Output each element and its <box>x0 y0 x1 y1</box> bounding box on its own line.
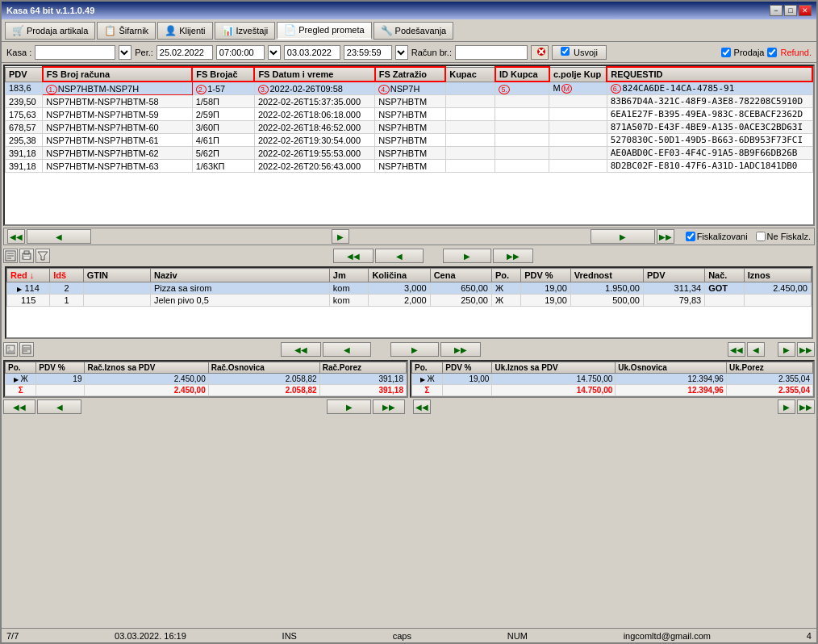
main-table-row[interactable]: 678,57 NSP7HBTM-NSP7HBTM-60 3/60П 2022-0… <box>6 121 813 134</box>
cell-fs-dat: 2022-02-26T18:46:52.000 <box>254 121 374 134</box>
bl-nav-first[interactable]: ◀◀ <box>3 399 35 414</box>
svg-rect-9 <box>23 257 30 259</box>
detail-bottom-icon-2[interactable] <box>19 342 34 357</box>
bl-nav-last[interactable]: ▶▶ <box>373 399 405 414</box>
cell-fs-broj: 3/60П <box>192 121 254 134</box>
detail-table-row[interactable]: 115 1 Jelen pivo 0,5 kom 2,000 250,00 Ж … <box>7 295 812 307</box>
detail-bottom-nav-first[interactable]: ◀◀ <box>281 342 321 357</box>
time-to-combo[interactable] <box>395 45 408 60</box>
prodaja-checkbox[interactable] <box>721 48 731 57</box>
racun-input[interactable] <box>455 45 528 60</box>
toolbar-pregled[interactable]: 📄 Pregled prometa <box>277 22 371 40</box>
br-col-osnov: Uk.Osnоvica <box>616 362 727 374</box>
time-from-input[interactable] <box>216 45 265 60</box>
bottom-tables-row: Po. PDV % Rač.Iznos sa PDV Rač.Osnоvica … <box>2 358 816 399</box>
detail-col-po: Po. <box>491 269 520 282</box>
bl-cell-pdv: 19 <box>36 374 85 385</box>
bl-nav-prev[interactable]: ◀ <box>37 399 81 414</box>
refund-checkbox[interactable] <box>767 48 777 57</box>
detail-bottom-nav-prev[interactable]: ◀ <box>323 342 371 357</box>
svg-marker-13 <box>6 348 15 353</box>
d-cell-iznos <box>744 295 811 307</box>
toolbar-prodaja[interactable]: 🛒 Prodaja artikala <box>5 22 95 40</box>
cell-fs-zat: NSP7HBTM <box>375 121 446 134</box>
cell-fs-broj: 1/63КП <box>192 160 254 173</box>
nav-center-btn[interactable]: ▶ <box>332 229 349 244</box>
main-table-row[interactable]: 175,63 NSP7HBTM-NSP7HBTM-59 2/59П 2022-0… <box>6 108 813 121</box>
br-cell-porez: 2.355,04 <box>726 385 812 396</box>
bl-table-row[interactable]: ▶ Ж 19 2.450,00 2.058,82 391,18 <box>6 374 407 385</box>
maximize-button[interactable]: □ <box>784 5 797 16</box>
d-cell-kolicina: 3,000 <box>369 282 430 295</box>
kasa-combo[interactable] <box>119 45 131 60</box>
date-to-input[interactable] <box>284 45 340 60</box>
toolbar-podesavanja[interactable]: 🔧 Podešavanja <box>374 22 454 40</box>
detail-icon-1[interactable] <box>3 249 18 263</box>
toolbar-izvestaji[interactable]: 📊 Izveštaji <box>215 22 276 40</box>
detail-nav-first[interactable]: ◀◀ <box>333 249 374 263</box>
usvoji-checkbox[interactable] <box>561 47 570 56</box>
toolbar-sifarnik[interactable]: 📋 Šifarnik <box>97 22 156 40</box>
time-from-combo[interactable] <box>268 45 281 60</box>
racun-clear-btn[interactable] <box>531 45 549 60</box>
d-cell-po: Ж <box>491 295 520 307</box>
main-table-row[interactable]: 295,38 NSP7HBTM-NSP7HBTM-61 4/61П 2022-0… <box>6 134 813 147</box>
br-table-row[interactable]: Σ 14.750,00 12.394,96 2.355,04 <box>412 385 813 396</box>
bottom-right-table: Po. PDV % Uk.Iznos sa PDV Uk.Osnоvica Uk… <box>411 362 813 396</box>
filter-icon <box>37 250 48 261</box>
right-nav-last[interactable]: ▶▶ <box>797 342 815 357</box>
fiskalizovani-label: Fiskalizovani <box>697 232 748 241</box>
usvoji-btn[interactable]: Usvoji <box>552 45 607 60</box>
br-table-row[interactable]: ▶ Ж 19,00 14.750,00 12.394,96 2.355,04 <box>412 374 813 385</box>
br-nav-next[interactable]: ▶ <box>778 399 795 414</box>
detail-col-nac: Nač. <box>705 269 745 282</box>
main-table-row[interactable]: 239,50 NSP7HBTM-NSP7HBTM-58 1/58П 2022-0… <box>6 95 813 108</box>
cell-pdv: 239,50 <box>6 95 43 108</box>
export-icon <box>5 250 16 261</box>
detail-bottom-nav-last[interactable]: ▶▶ <box>440 342 481 357</box>
br-nav-last[interactable]: ▶▶ <box>797 399 815 414</box>
close-button[interactable]: ✕ <box>799 5 812 16</box>
ne-fiskalz-checkbox[interactable] <box>756 232 766 241</box>
date-from-input[interactable] <box>157 45 213 60</box>
detail-nav-next[interactable]: ▶ <box>443 249 491 263</box>
main-table-row[interactable]: 391,18 NSP7HBTM-NSP7HBTM-62 5/62П 2022-0… <box>6 147 813 160</box>
bl-table-row[interactable]: Σ 2.450,00 2.058,82 391,18 <box>6 385 407 396</box>
detail-nav-last[interactable]: ▶▶ <box>493 249 533 263</box>
kasa-input[interactable] <box>35 45 115 60</box>
time-to-input[interactable] <box>344 45 392 60</box>
br-cell-po: Σ <box>412 385 443 396</box>
nav-next-all-btn[interactable]: ▶ <box>591 229 655 244</box>
bl-cell-iznos: 2.450,00 <box>85 385 208 396</box>
detail-nav-prev[interactable]: ◀ <box>375 249 424 263</box>
cell-fs-br: NSP7HBTM-NSP7HBTM-58 <box>43 95 192 108</box>
toolbar-klijenti[interactable]: 👤 Klijenti <box>157 22 212 40</box>
fiskalizovani-checkbox[interactable] <box>686 232 695 241</box>
bl-cell-osnov: 2.058,82 <box>208 385 319 396</box>
br-cell-uk-iznos: 14.750,00 <box>492 374 616 385</box>
detail-table-row[interactable]: ▶ 114 2 Pizza sa sirom kom 3,000 650,00 … <box>7 282 812 295</box>
window-controls: − □ ✕ <box>770 5 812 16</box>
detail-col-pdv-pct: PDV % <box>521 269 571 282</box>
right-nav-first[interactable]: ◀◀ <box>728 342 745 357</box>
nav-prev-all-btn[interactable]: ◀ <box>27 229 91 244</box>
minimize-button[interactable]: − <box>770 5 783 16</box>
detail-bottom-icon-1[interactable] <box>3 342 18 357</box>
main-table-row[interactable]: 183,6 1.NSP7HBTM-NSP7H 2.1-57 3.2022-02-… <box>6 82 813 95</box>
main-table-row[interactable]: 391,18 NSP7HBTM-NSP7HBTM-63 1/63КП 2022-… <box>6 160 813 173</box>
detail-bottom-nav-next[interactable]: ▶ <box>390 342 439 357</box>
bl-col-iznos: Rač.Iznos sa PDV <box>85 362 208 374</box>
bl-nav-next[interactable]: ▶ <box>327 399 371 414</box>
status-date: 03.03.2022. 16:19 <box>115 631 186 641</box>
nav-first-btn[interactable]: ◀◀ <box>7 229 25 244</box>
nav-last-btn[interactable]: ▶▶ <box>657 229 674 244</box>
window-title: Kasa 64 bit v.1.1.0.49 <box>6 6 94 15</box>
right-nav-prev[interactable]: ◀ <box>747 342 765 357</box>
cell-kupac <box>445 147 495 160</box>
br-nav-first[interactable]: ◀◀ <box>413 399 431 414</box>
detail-icon-3[interactable] <box>35 249 50 263</box>
right-nav-next[interactable]: ▶ <box>778 342 795 357</box>
cell-pdv: 391,18 <box>6 160 43 173</box>
detail-icon-2[interactable] <box>19 249 34 263</box>
cell-polje-kup: MM <box>549 82 607 95</box>
